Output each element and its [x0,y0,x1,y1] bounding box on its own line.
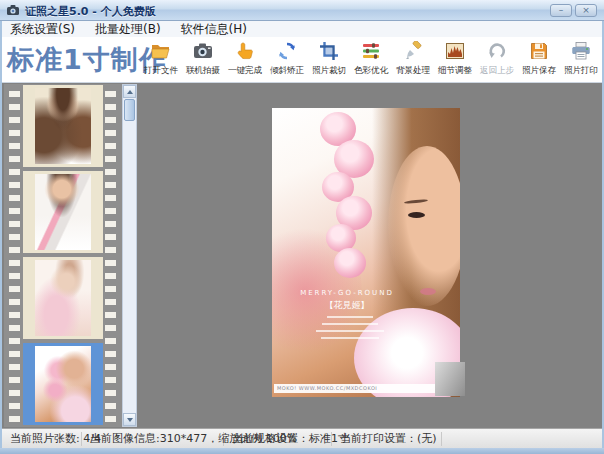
thumbnail-3[interactable] [23,257,103,339]
photo-overlay-title: MERRY-GO-ROUND [282,289,412,297]
photo-watermark: MOKO! WWW.MOKO.CC/MXDCOKOI [274,384,438,393]
photo-save-button[interactable]: 照片保存 [518,38,560,81]
minimize-button[interactable]: – [550,4,572,17]
menubar: 系统设置(S) 批量处理(B) 软件信息(H) [2,21,602,37]
thumbnail-4-selected[interactable] [23,343,103,425]
undo-button[interactable]: 返回上步 [476,38,518,81]
thumbnail-2-photo [35,174,91,250]
thumbnail-1[interactable] [23,85,103,167]
filmstrip-holes-right [105,87,116,424]
detail-histogram-icon [445,38,465,64]
scrollbar-thumb[interactable] [124,99,135,121]
window-title: 证照之星5.0 - 个人免费版 [25,4,156,19]
app-window: 证照之星5.0 - 个人免费版 – × 系统设置(S) 批量处理(B) 软件信息… [0,0,604,454]
photo-credit-lines [310,316,390,344]
camera-capture-icon [192,38,214,64]
photo-face [388,146,460,306]
thumbnail-3-photo [35,260,91,336]
background-brush-icon [403,38,423,64]
menu-software-info[interactable]: 软件信息(H) [181,21,247,38]
statusbar: 当前照片张数: 4/4 当前图像信息:310*477，缩放比例 100% 当前规… [2,428,602,448]
menu-batch-process[interactable]: 批量处理(B) [95,21,161,38]
background-process-button[interactable]: 背景处理 [392,38,434,81]
open-file-button[interactable]: 打开文件 [140,38,182,81]
scroll-up-arrow-icon [127,90,133,94]
main-canvas-area: MERRY-GO-ROUND 【花見姬】 MOKO! WWW.MOKO.CC/M… [2,83,602,428]
toolbar-row: 标准1寸制作 打开文件 [2,37,602,83]
photo-eye [408,212,425,218]
photo-lips [420,288,436,295]
photo-overlay-subtitle: 【花見姬】 [282,299,412,312]
color-optimize-button[interactable]: 色彩优化 [350,38,392,81]
one-click-hand-icon [235,38,255,64]
status-spec-setting: 当前规格设置：标准1寸 [224,432,332,446]
one-click-finish-button[interactable]: 一键完成 [224,38,266,81]
photo-canvas: MERRY-GO-ROUND 【花見姬】 MOKO! WWW.MOKO.CC/M… [272,108,460,397]
photo-print-button[interactable]: 照片打印 [560,38,602,81]
detail-adjust-button[interactable]: 细节调整 [434,38,476,81]
window-bottom-border [0,448,604,454]
scroll-down-button[interactable] [123,413,136,426]
status-empty [442,432,602,446]
toolbar: 打开文件 联机拍摄 [140,38,602,81]
photo-flower [334,248,366,278]
tilt-correct-rotate-icon [276,38,298,64]
camera-capture-button[interactable]: 联机拍摄 [182,38,224,81]
undo-icon [486,38,508,64]
thumbnail-1-photo [35,88,91,164]
app-camera-icon [6,3,20,17]
status-print-setting: 当前打印设置：(无) [332,432,442,446]
scroll-down-arrow-icon [127,418,133,422]
thumbnail-2[interactable] [23,171,103,253]
color-optimize-icon [361,38,381,64]
photo-crop-button[interactable]: 照片裁切 [308,38,350,81]
crop-icon [319,38,339,64]
titlebar: 证照之星5.0 - 个人免费版 – × [0,0,604,21]
censor-patch [435,362,465,396]
tilt-correct-button[interactable]: 倾斜矫正 [266,38,308,81]
save-floppy-icon [529,38,549,64]
close-button[interactable]: × [575,4,597,17]
status-image-info: 当前图像信息:310*477，缩放比例 100% [82,432,224,446]
print-icon [570,38,592,64]
open-file-folder-icon [150,38,172,64]
scroll-up-button[interactable] [123,85,136,98]
menu-system-settings[interactable]: 系统设置(S) [10,21,75,38]
thumbnail-filmstrip [4,84,122,427]
thumbnail-scrollbar[interactable] [122,84,137,427]
status-photo-count: 当前照片张数: 4/4 [2,432,82,446]
filmstrip-holes-left [9,87,20,424]
thumbnail-4-photo [35,346,91,422]
